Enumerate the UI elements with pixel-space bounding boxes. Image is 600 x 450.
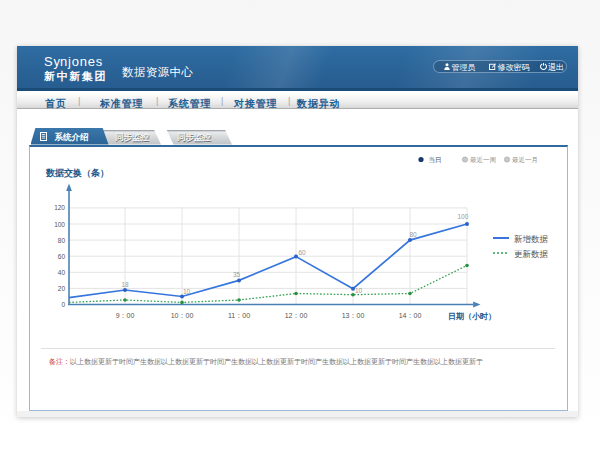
svg-text:最近一周: 最近一周 <box>470 156 496 163</box>
svg-text:新增数据: 新增数据 <box>514 234 549 244</box>
svg-text:备注：以上数据更新于时间产生数据以上数据更新于时间产生数据以: 备注：以上数据更新于时间产生数据以上数据更新于时间产生数据以上数据更新于时间产生… <box>49 357 483 366</box>
svg-text:80: 80 <box>58 237 66 244</box>
svg-text:12：00: 12：00 <box>285 312 308 319</box>
svg-text:20: 20 <box>58 285 66 292</box>
svg-text:11：00: 11：00 <box>228 312 250 319</box>
svg-text:10: 10 <box>183 288 191 295</box>
svg-text:13：00: 13：00 <box>342 312 365 319</box>
svg-text:100: 100 <box>458 213 469 220</box>
svg-text:数据交换（条）: 数据交换（条） <box>45 168 109 178</box>
svg-text:9：00: 9：00 <box>116 312 135 319</box>
svg-text:120: 120 <box>54 204 65 211</box>
svg-text:10: 10 <box>355 287 363 294</box>
svg-text:80: 80 <box>410 231 418 238</box>
svg-text:40: 40 <box>58 269 66 276</box>
svg-text:当日: 当日 <box>429 156 442 163</box>
svg-text:最近一月: 最近一月 <box>512 156 538 164</box>
svg-text:日期（小时）: 日期（小时） <box>448 312 496 321</box>
svg-text:100: 100 <box>54 221 65 228</box>
svg-text:14：00: 14：00 <box>399 312 422 319</box>
svg-text:35: 35 <box>233 271 241 278</box>
svg-text:60: 60 <box>58 253 66 260</box>
svg-text:0: 0 <box>61 301 65 308</box>
svg-text:18: 18 <box>122 281 130 288</box>
svg-text:60: 60 <box>299 249 307 256</box>
svg-text:更新数据: 更新数据 <box>514 249 549 259</box>
svg-text:10：00: 10：00 <box>171 312 194 319</box>
